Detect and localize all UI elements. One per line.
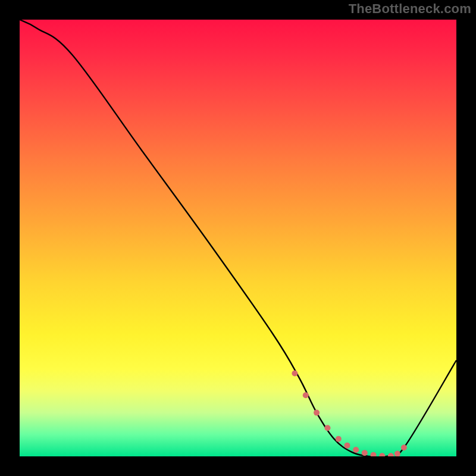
gradient-background	[20, 20, 456, 456]
chart-frame: TheBottleneck.com	[0, 0, 476, 476]
plot-area	[20, 20, 456, 456]
watermark-text: TheBottleneck.com	[349, 1, 471, 17]
